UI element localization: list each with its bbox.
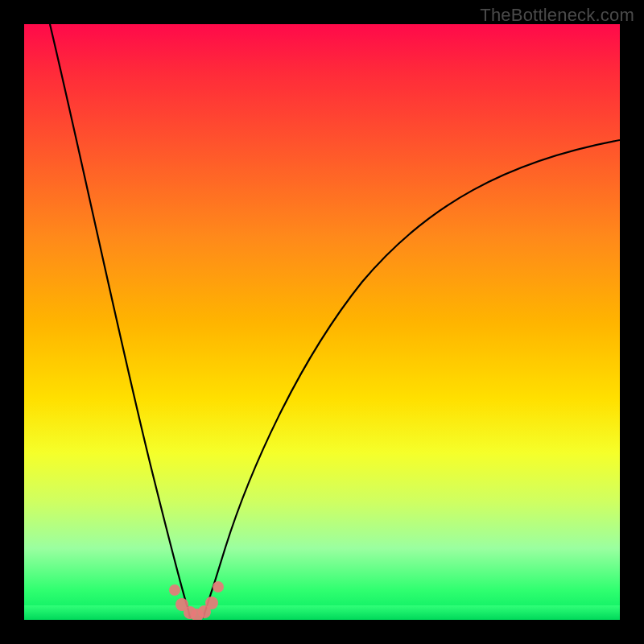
marker-dot [213, 581, 224, 592]
chart-plot-area [24, 24, 620, 620]
highlight-markers [24, 24, 620, 620]
marker-dot [205, 597, 218, 609]
marker-dot [169, 584, 180, 596]
watermark-text: TheBottleneck.com [480, 5, 634, 26]
